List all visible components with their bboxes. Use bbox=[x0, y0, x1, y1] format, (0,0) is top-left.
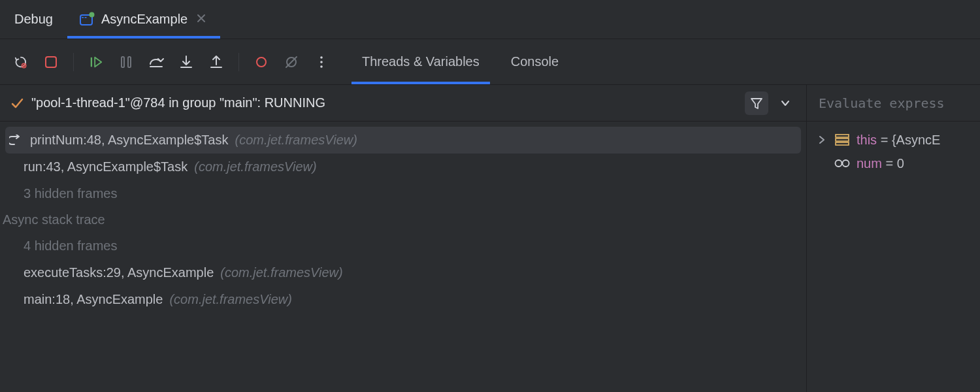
svg-point-20 bbox=[320, 61, 323, 63]
stack-frame[interactable]: printNum:48, AsyncExample$Task (com.jet.… bbox=[5, 127, 801, 154]
frame-text: run:43, AsyncExample$Task bbox=[24, 159, 188, 174]
tab-threads-variables[interactable]: Threads & Variables bbox=[351, 39, 490, 84]
run-config-tabs: AsyncExample bbox=[67, 0, 220, 39]
stop-button[interactable] bbox=[39, 50, 63, 74]
mute-breakpoints-button[interactable] bbox=[280, 50, 303, 74]
thread-actions bbox=[745, 91, 797, 115]
variable-value: = {AsyncE bbox=[877, 133, 940, 147]
evaluate-expression-input[interactable]: Evaluate express bbox=[807, 85, 980, 122]
chevron-down-icon[interactable] bbox=[774, 91, 797, 115]
more-icon[interactable] bbox=[310, 50, 333, 74]
debug-body: "pool-1-thread-1"@784 in group "main": R… bbox=[0, 85, 980, 392]
drop-frame-icon bbox=[9, 135, 24, 146]
svg-point-16 bbox=[257, 57, 266, 67]
filter-icon[interactable] bbox=[745, 91, 768, 115]
tool-window-title: Debug bbox=[0, 12, 67, 27]
frame-package: (com.jet.framesView) bbox=[220, 265, 342, 280]
frame-list: printNum:48, AsyncExample$Task (com.jet.… bbox=[0, 122, 806, 392]
frame-package: (com.jet.framesView) bbox=[235, 133, 357, 148]
svg-point-21 bbox=[320, 65, 323, 68]
variable-list: this = {AsyncE num = 0 bbox=[807, 122, 980, 182]
step-over-button[interactable] bbox=[144, 50, 168, 74]
resume-button[interactable] bbox=[84, 50, 108, 74]
hidden-frames-label: 3 hidden frames bbox=[24, 186, 117, 201]
variable-item[interactable]: this = {AsyncE bbox=[812, 128, 975, 152]
svg-rect-10 bbox=[128, 57, 131, 67]
svg-rect-9 bbox=[122, 57, 124, 67]
rerun-button[interactable] bbox=[9, 50, 33, 74]
svg-rect-2 bbox=[84, 17, 86, 18]
variables-panel: Evaluate express this = {AsyncE bbox=[807, 85, 980, 392]
svg-point-19 bbox=[320, 56, 323, 59]
frame-text: executeTasks:29, AsyncExample bbox=[24, 265, 214, 280]
close-icon[interactable] bbox=[194, 12, 208, 26]
debug-toolbar: Threads & Variables Console bbox=[0, 39, 980, 85]
watch-icon bbox=[834, 155, 850, 171]
debug-views-tabs: Threads & Variables Console bbox=[351, 39, 569, 84]
svg-point-3 bbox=[89, 12, 94, 17]
svg-point-26 bbox=[843, 160, 849, 167]
svg-rect-22 bbox=[836, 135, 849, 137]
hidden-frames-label: 4 hidden frames bbox=[24, 238, 117, 253]
frames-panel: "pool-1-thread-1"@784 in group "main": R… bbox=[0, 85, 807, 392]
variable-name: this bbox=[857, 133, 877, 147]
svg-rect-1 bbox=[82, 17, 84, 18]
thread-selector[interactable]: "pool-1-thread-1"@784 in group "main": R… bbox=[0, 85, 806, 122]
svg-rect-23 bbox=[836, 139, 849, 141]
object-icon bbox=[834, 132, 850, 148]
async-section-label: Async stack trace bbox=[1, 207, 801, 233]
view-breakpoints-button[interactable] bbox=[250, 50, 273, 74]
svg-rect-24 bbox=[836, 142, 849, 145]
pause-button[interactable] bbox=[114, 50, 138, 74]
header-bar: Debug AsyncExample bbox=[0, 0, 980, 39]
hidden-frames[interactable]: 3 hidden frames bbox=[5, 180, 801, 207]
frame-package: (com.jet.framesView) bbox=[169, 292, 291, 307]
stack-frame[interactable]: executeTasks:29, AsyncExample (com.jet.f… bbox=[5, 259, 801, 286]
chevron-right-icon[interactable] bbox=[816, 135, 828, 144]
separator bbox=[238, 53, 239, 71]
tab-asyncexample[interactable]: AsyncExample bbox=[67, 0, 220, 39]
svg-point-25 bbox=[836, 160, 842, 167]
application-icon bbox=[79, 12, 95, 27]
separator bbox=[73, 53, 74, 71]
breakpoint-hit-icon bbox=[9, 95, 25, 111]
stack-frame[interactable]: main:18, AsyncExample (com.jet.framesVie… bbox=[5, 286, 801, 313]
tab-console[interactable]: Console bbox=[500, 39, 569, 84]
frame-text: printNum:48, AsyncExample$Task bbox=[30, 133, 228, 148]
svg-rect-8 bbox=[91, 57, 92, 67]
step-into-button[interactable] bbox=[174, 50, 198, 74]
variable-name: num bbox=[857, 156, 882, 171]
thread-label: "pool-1-thread-1"@784 in group "main": R… bbox=[31, 95, 745, 110]
tab-label: AsyncExample bbox=[101, 12, 188, 27]
step-out-button[interactable] bbox=[204, 50, 228, 74]
svg-rect-7 bbox=[46, 57, 56, 67]
variable-value: = 0 bbox=[882, 156, 904, 171]
hidden-frames[interactable]: 4 hidden frames bbox=[5, 233, 801, 259]
stack-frame[interactable]: run:43, AsyncExample$Task (com.jet.frame… bbox=[5, 154, 801, 180]
frame-package: (com.jet.framesView) bbox=[194, 159, 316, 174]
frame-text: main:18, AsyncExample bbox=[24, 292, 163, 307]
variable-item[interactable]: num = 0 bbox=[812, 152, 975, 175]
